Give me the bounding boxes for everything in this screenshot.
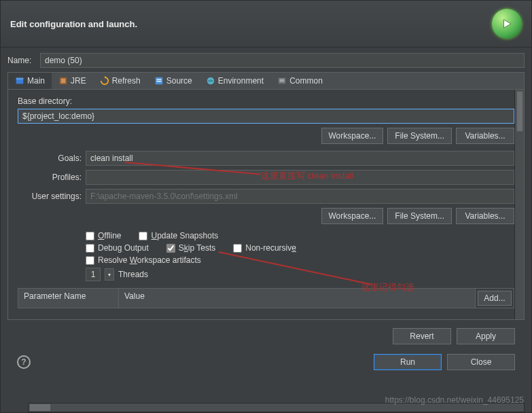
dialog: Edit configuration and launch. Name: Mai… — [0, 0, 532, 413]
profiles-label: Profiles: — [18, 173, 82, 182]
user-settings-input[interactable] — [86, 189, 514, 204]
base-dir-buttons: Workspace... File System... Variables... — [18, 128, 514, 144]
parameters-table: Parameter Name Value Add... — [18, 288, 514, 308]
tab-source[interactable]: Source — [147, 73, 199, 89]
workspace-button-2[interactable]: Workspace... — [321, 208, 384, 224]
tab-jre[interactable]: JRE — [52, 73, 93, 89]
name-label: Name: — [7, 56, 36, 65]
footer-run-close: ? Run Close — [7, 348, 525, 380]
profiles-row: Profiles: — [18, 170, 514, 185]
play-icon — [501, 18, 513, 30]
tab-main[interactable]: Main — [8, 73, 52, 89]
tab-source-label: Source — [166, 76, 192, 86]
variables-button-2[interactable]: Variables... — [456, 208, 514, 224]
svg-rect-3 — [61, 79, 66, 84]
col-parameter-name[interactable]: Parameter Name — [18, 289, 119, 308]
threads-spinner[interactable]: ▾ — [105, 268, 114, 281]
user-settings-buttons: Workspace... File System... Variables... — [18, 208, 514, 224]
base-dir-label: Base directory: — [18, 96, 514, 106]
update-snapshots-checkbox[interactable]: Update Snapshots — [139, 231, 218, 240]
help-icon[interactable]: ? — [17, 355, 31, 369]
tab-env-label: Environment — [218, 76, 264, 86]
tabs: Main JRE Refresh Source Environment Comm… — [7, 72, 525, 89]
user-settings-row: User settings: — [18, 189, 514, 204]
close-button[interactable]: Close — [447, 354, 515, 370]
revert-button[interactable]: Revert — [393, 328, 451, 344]
main-panel: Base directory: Workspace... File System… — [7, 89, 525, 320]
user-settings-label: User settings: — [18, 192, 82, 201]
run-icon — [492, 9, 522, 39]
skip-tests-checkbox[interactable]: Skip Tests — [166, 243, 215, 253]
main-tab-icon — [15, 76, 24, 86]
env-tab-icon — [206, 76, 215, 86]
tab-common-label: Common — [289, 76, 323, 86]
col-value[interactable]: Value — [119, 289, 476, 308]
jre-tab-icon — [58, 76, 68, 86]
debug-output-checkbox[interactable]: Debug Output — [86, 243, 149, 253]
resolve-workspace-checkbox[interactable]: Resolve Workspace artifacts — [86, 255, 201, 265]
tab-environment[interactable]: Environment — [199, 73, 270, 89]
threads-input[interactable] — [86, 268, 101, 281]
workspace-button[interactable]: Workspace... — [321, 128, 384, 144]
svg-rect-5 — [156, 79, 161, 79]
svg-rect-11 — [280, 82, 285, 82]
checkbox-area: Offline Update Snapshots Debug Output Sk… — [86, 231, 514, 265]
dialog-title: Edit configuration and launch. — [10, 19, 137, 29]
offline-checkbox[interactable]: Offline — [86, 231, 121, 240]
profiles-input[interactable] — [86, 170, 514, 185]
svg-rect-10 — [280, 80, 285, 81]
file-system-button[interactable]: File System... — [387, 128, 452, 144]
dialog-body: Name: Main JRE Refresh Source Envi — [1, 48, 531, 401]
dialog-header: Edit configuration and launch. — [1, 1, 531, 48]
variables-button[interactable]: Variables... — [456, 128, 514, 144]
svg-rect-6 — [156, 81, 161, 82]
footer-revert-apply: Revert Apply — [7, 320, 525, 348]
goals-label: Goals: — [18, 154, 82, 163]
threads-label: Threads — [118, 270, 148, 279]
watermark: https://blog.csdn.net/weixin_44695125 — [385, 395, 524, 405]
vertical-scrollbar[interactable] — [514, 90, 524, 319]
tab-main-label: Main — [27, 76, 45, 86]
run-button[interactable]: Run — [374, 354, 442, 370]
svg-rect-9 — [280, 79, 285, 79]
name-row: Name: — [7, 53, 525, 68]
non-recursive-checkbox[interactable]: Non-recursive — [233, 243, 296, 253]
table-headers: Parameter Name Value — [18, 289, 476, 308]
goals-row: Goals: — [18, 151, 514, 166]
source-tab-icon — [154, 76, 164, 86]
name-input[interactable] — [40, 53, 525, 68]
svg-rect-1 — [16, 78, 24, 80]
refresh-tab-icon — [100, 76, 109, 86]
tab-refresh[interactable]: Refresh — [93, 73, 147, 89]
tab-jre-label: JRE — [71, 76, 86, 86]
file-system-button-2[interactable]: File System... — [387, 208, 452, 224]
tab-refresh-label: Refresh — [112, 76, 141, 86]
tab-common[interactable]: Common — [270, 73, 330, 89]
add-button[interactable]: Add... — [478, 291, 512, 306]
apply-button[interactable]: Apply — [457, 328, 515, 344]
common-tab-icon — [277, 76, 287, 86]
base-dir-input[interactable] — [18, 109, 514, 124]
